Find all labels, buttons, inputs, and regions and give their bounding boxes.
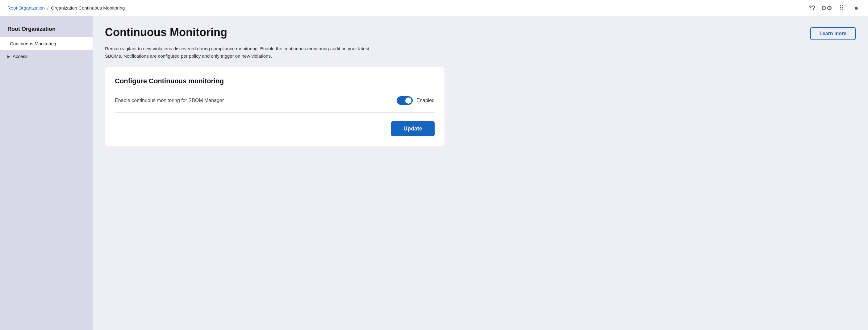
account-icon[interactable]: ● bbox=[852, 4, 861, 12]
settings-icon[interactable]: ⚙ bbox=[822, 4, 831, 12]
root-org-link[interactable]: Root Organization bbox=[7, 5, 45, 10]
topbar: Root Organization / Organization Continu… bbox=[0, 0, 868, 16]
page-description: Remain vigilant to new violations discov… bbox=[105, 45, 383, 60]
sidebar-item-continuous-monitoring[interactable]: Continuous Monitoring bbox=[0, 37, 93, 50]
main-content: Continuous Monitoring Learn more Remain … bbox=[93, 16, 868, 330]
chevron-right-icon: ▶ bbox=[7, 54, 10, 59]
sidebar: Root Organization Continuous Monitoring … bbox=[0, 16, 93, 330]
learn-more-button[interactable]: Learn more bbox=[810, 27, 856, 40]
breadcrumb-separator: / bbox=[47, 5, 49, 10]
apps-icon[interactable]: ⠿ bbox=[837, 4, 846, 12]
breadcrumb: Root Organization / Organization Continu… bbox=[7, 5, 807, 10]
update-button[interactable]: Update bbox=[391, 121, 435, 136]
sidebar-item-access[interactable]: ▶ Access bbox=[0, 50, 93, 63]
topbar-icons: ? ⚙ ⠿ ● bbox=[807, 4, 861, 12]
sidebar-item-label: Access bbox=[13, 54, 28, 59]
sidebar-item-label: Continuous Monitoring bbox=[10, 41, 56, 46]
toggle-right: Enabled bbox=[397, 96, 435, 105]
toggle-slider bbox=[397, 96, 413, 105]
card-title: Configure Continuous monitoring bbox=[115, 77, 435, 85]
page-title: Continuous Monitoring bbox=[105, 26, 227, 39]
card-footer: Update bbox=[115, 119, 435, 136]
sidebar-org-title: Root Organization bbox=[0, 24, 93, 37]
card-divider bbox=[115, 112, 435, 112]
continuous-monitoring-toggle[interactable] bbox=[397, 96, 413, 105]
toggle-label: Enable continuous monitoring for SBOM Ma… bbox=[115, 98, 224, 103]
layout: Root Organization Continuous Monitoring … bbox=[0, 16, 868, 330]
page-header: Continuous Monitoring Learn more bbox=[105, 26, 856, 40]
toggle-status-text: Enabled bbox=[416, 98, 435, 103]
breadcrumb-current: Organization Continuous Monitoring bbox=[51, 5, 125, 10]
toggle-row: Enable continuous monitoring for SBOM Ma… bbox=[115, 94, 435, 112]
configure-card: Configure Continuous monitoring Enable c… bbox=[105, 67, 444, 146]
help-icon[interactable]: ? bbox=[807, 4, 816, 12]
